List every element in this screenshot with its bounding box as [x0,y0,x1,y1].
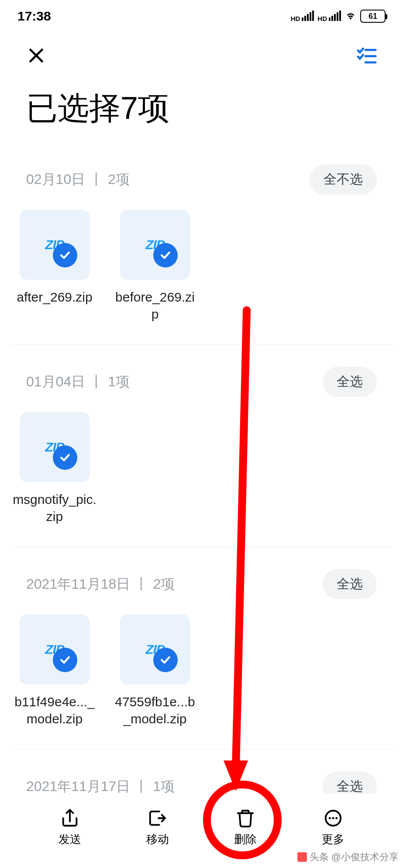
section-date: 2021年11月18日丨2项 [26,575,175,594]
send-button[interactable]: 发送 [48,808,92,847]
section-date: 01月04日丨1项 [26,372,130,392]
file-section: 02月10日丨2项 全不选 ZIP after_269.zip ZIP befo… [0,151,403,336]
battery-icon: 61 [360,10,386,23]
section-date: 02月10日丨2项 [26,170,130,189]
file-name: before_269.zip [111,288,199,323]
zip-file-icon: ZIP [120,615,190,684]
wifi-icon [344,11,357,21]
sim2-signal-icon: HD [317,10,341,22]
section-header: 02月10日丨2项 全不选 [11,151,392,205]
select-all-toggle-icon[interactable] [357,47,377,64]
zip-file-icon: ZIP [20,615,90,684]
file-name: b11f49e4e..._model.zip [11,693,98,727]
more-button[interactable]: 更多 [311,808,355,847]
close-icon[interactable] [26,45,46,66]
deselect-all-button[interactable]: 全不选 [310,164,377,194]
watermark: 头条 @小俊技术分享 [297,851,399,864]
section-header: 2021年11月18日丨2项 全选 [11,556,392,610]
file-item[interactable]: ZIP before_269.zip [111,210,199,323]
selected-check-icon [53,243,77,267]
selected-check-icon [153,243,178,267]
divider [11,547,392,547]
file-item[interactable]: ZIP after_269.zip [11,210,98,323]
share-icon [60,808,80,828]
selected-check-icon [53,648,77,672]
selected-check-icon [53,445,77,470]
divider [11,749,392,750]
move-icon [148,808,168,828]
svg-point-6 [335,817,338,819]
file-item[interactable]: ZIP b11f49e4e..._model.zip [11,615,98,727]
zip-file-icon: ZIP [20,210,90,280]
file-section: 01月04日丨1项 全选 ZIP msgnotify_pic.zip [0,354,403,538]
status-time: 17:38 [17,9,51,24]
page-title: 已选择7项 [0,74,403,151]
file-name: msgnotify_pic.zip [11,491,98,525]
select-all-button[interactable]: 全选 [323,367,377,397]
file-item[interactable]: ZIP 47559fb1e...b_model.zip [111,615,199,727]
trash-icon [235,808,255,828]
file-section: 2021年11月18日丨2项 全选 ZIP b11f49e4e..._model… [0,556,403,740]
more-icon [323,808,343,828]
zip-file-icon: ZIP [20,412,90,482]
select-all-button[interactable]: 全选 [323,569,377,599]
svg-point-4 [328,817,331,819]
section-header: 01月04日丨1项 全选 [11,354,392,408]
selected-check-icon [153,648,178,672]
file-item[interactable]: ZIP msgnotify_pic.zip [11,412,98,525]
zip-file-icon: ZIP [120,210,190,280]
file-name: 47559fb1e...b_model.zip [111,693,199,727]
divider [11,344,392,345]
file-name: after_269.zip [11,288,98,306]
delete-button[interactable]: 删除 [224,808,267,847]
move-button[interactable]: 移动 [136,808,179,847]
header [0,28,403,74]
svg-point-5 [332,817,334,819]
status-indicators: HD HD 61 [291,10,386,23]
section-date: 2021年11月17日丨1项 [26,777,175,796]
status-bar: 17:38 HD HD 61 [0,0,403,28]
watermark-icon [297,852,307,862]
sim1-signal-icon: HD [291,10,314,22]
